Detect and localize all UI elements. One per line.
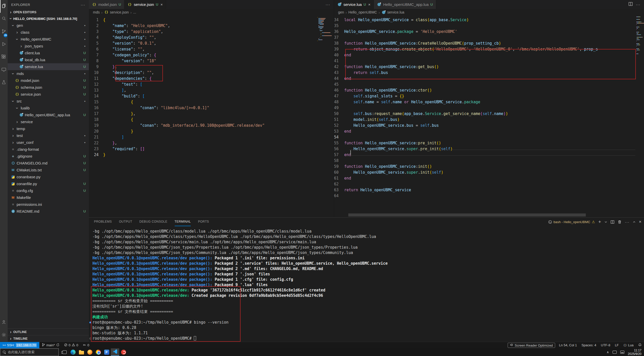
split-editor-icon[interactable] xyxy=(628,2,633,7)
code-line-58[interactable]: 58 xyxy=(334,158,644,164)
tab-service.json[interactable]: {}service.jsonU× xyxy=(124,0,166,9)
breadcrumb-item-Hello_openUBMC[interactable]: Hello_openUBMC xyxy=(348,10,377,14)
tree-item-.clang-format[interactable]: ≡.clang-format xyxy=(8,146,89,153)
tree-item-.gitignore[interactable]: ◆.gitignoreU xyxy=(8,153,89,160)
indentation-item[interactable]: Spaces: 4 xyxy=(579,342,599,348)
tray-expand-icon[interactable]: ∧ xyxy=(607,350,609,354)
firefox-button[interactable] xyxy=(86,348,94,356)
tree-item-permissions.ini[interactable]: ≡permissions.ini xyxy=(8,201,89,208)
chrome-button[interactable] xyxy=(94,348,102,356)
code-line-20[interactable]: 20 } xyxy=(89,129,334,134)
panel-tab-problems[interactable]: PROBLEMS xyxy=(94,218,112,226)
code-line-35[interactable]: 35 xyxy=(334,23,644,29)
code-line-9[interactable]: 9 }, xyxy=(89,64,334,70)
remote-explorer-activity-button[interactable] xyxy=(0,64,8,77)
tree-item-conanbase.py[interactable]: conanbase.py xyxy=(8,173,89,180)
code-line-56[interactable]: 56 Hello_openUBMC_service.super.pre_init… xyxy=(334,146,644,152)
breadcrumb-item-...[interactable]: ... xyxy=(133,10,136,14)
tray-keyboard-icon[interactable] xyxy=(620,351,624,354)
code-line-61[interactable]: 61end xyxy=(334,175,644,181)
port-item[interactable]: 0 xyxy=(80,342,91,348)
code-line-5[interactable]: 5 "version": "0.0.1", xyxy=(89,41,334,46)
tree-item-user_conf[interactable]: ›user_conf● xyxy=(8,139,89,146)
close-tab-icon[interactable]: × xyxy=(368,2,371,7)
kill-terminal-icon[interactable] xyxy=(618,220,622,224)
code-line-1[interactable]: 1{ xyxy=(89,17,334,23)
new-terminal-icon[interactable]: + xyxy=(598,219,601,225)
edge-button[interactable] xyxy=(69,348,77,356)
code-line-6[interactable]: 6 "license": "", xyxy=(89,46,334,52)
code-line-16[interactable]: 16 "conan": "libmc4lua/[>=0.0.1]" xyxy=(89,105,334,111)
code-line-55[interactable]: 55function Hello_openUBMC_service:pre_in… xyxy=(334,140,644,146)
code-line-36[interactable]: 36Hello_openUBMC_service.package = 'Hell… xyxy=(334,29,644,35)
timeline-section[interactable]: › TIMELINE xyxy=(8,335,89,342)
tree-item-conanfile.py[interactable]: conanfile.pyU xyxy=(8,180,89,187)
panel-tab-debug-console[interactable]: DEBUG CONSOLE xyxy=(139,218,168,226)
code-line-53[interactable]: 53end xyxy=(334,129,644,134)
tree-item-CMakeLists.txt[interactable]: MCMakeLists.txtU xyxy=(8,167,89,173)
code-line-51[interactable]: 51 model.init(self.bus) xyxy=(334,117,644,123)
blue-app-button[interactable]: P xyxy=(102,348,111,356)
tree-item-lualib[interactable]: ›lualib xyxy=(8,105,89,111)
tree-item-schema.json[interactable]: {}schema.jsonU xyxy=(8,84,89,91)
tree-item-Makefile[interactable]: MMakefile xyxy=(8,194,89,201)
search-activity-button[interactable] xyxy=(0,13,8,26)
code-line-8[interactable]: 8 "version": "18" xyxy=(89,58,334,64)
code-line-44[interactable]: 44end xyxy=(334,76,644,82)
source-control-activity-button[interactable]: 25 xyxy=(0,26,8,38)
maximize-panel-icon[interactable] xyxy=(633,221,636,223)
code-line-42[interactable]: 42function Hello_openUBMC_service:get_bu… xyxy=(334,64,644,70)
panel-tab-ports[interactable]: PORTS xyxy=(198,218,209,226)
close-tab-icon[interactable]: × xyxy=(161,2,163,7)
code-line-48[interactable]: 48 self.name = self.name or Hello_openUB… xyxy=(334,99,644,105)
minimap[interactable] xyxy=(317,16,332,42)
code-line-34[interactable]: 34local Hello_openUBMC_service = class(a… xyxy=(334,17,644,23)
code-line-3[interactable]: 3 "type": "application", xyxy=(89,29,334,35)
tree-item-class[interactable]: ›class● xyxy=(8,29,89,36)
code-line-39[interactable]: 39 return object_manage.create_object('H… xyxy=(334,46,644,52)
code-line-60[interactable]: 60 Hello_openUBMC_service.super.init(sel… xyxy=(334,170,644,175)
tree-item-config.cfg[interactable]: ≡config.cfgU xyxy=(8,187,89,194)
code-line-18[interactable]: 18 { xyxy=(89,117,334,123)
code-line-15[interactable]: 15 { xyxy=(89,99,334,105)
problems-item[interactable]: 0 0 xyxy=(62,342,80,348)
code-line-40[interactable]: 40end xyxy=(334,52,644,58)
encoding-item[interactable]: UTF-8 xyxy=(599,342,613,348)
minimap[interactable] xyxy=(636,16,644,56)
code-line-19[interactable]: 19 "conan": "mdb_interface/1.90.108@open… xyxy=(89,123,334,129)
code-line-57[interactable]: 57end xyxy=(334,152,644,158)
tree-item-service.json[interactable]: {}service.jsonU xyxy=(8,91,89,98)
tree-item-Hello_openUBMC[interactable]: ›Hello_openUBMC● xyxy=(8,36,89,43)
tree-item-Hello_openUBMC_app.lua[interactable]: Hello_openUBMC_app.luaU xyxy=(8,111,89,118)
language-mode-item[interactable]: {} Lua xyxy=(621,342,636,348)
editor-content-lua[interactable]: 34local Hello_openUBMC_service = class(a… xyxy=(334,16,644,217)
taskbar-search-box[interactable]: 在此输入进行搜索 xyxy=(0,348,59,356)
code-line-22[interactable]: 22 }, xyxy=(89,140,334,146)
code-line-43[interactable]: 43 return self.bus xyxy=(334,70,644,76)
code-line-63[interactable]: 63return Hello_openUBMC_service xyxy=(334,187,644,193)
breadcrumb-item-gen[interactable]: gen xyxy=(338,10,344,14)
tree-item-json_types[interactable]: ›json_types● xyxy=(8,43,89,49)
workspace-root-section[interactable]: › HELLO_OPENUBMC [SSH: 192.168.0.70] xyxy=(8,15,89,22)
taskbar-clock[interactable]: 11:17 2025/9/20 xyxy=(628,349,641,356)
code-line-13[interactable]: 13 ], xyxy=(89,87,334,93)
editor-more-actions-icon[interactable]: ··· xyxy=(636,2,640,7)
tab-service.lua[interactable]: service.luaU× xyxy=(334,0,374,9)
tree-item-gen[interactable]: ›gen● xyxy=(8,22,89,29)
code-line-7[interactable]: 7 "codegen_policy": { xyxy=(89,52,334,58)
horizontal-scrollbar[interactable] xyxy=(348,213,586,217)
tree-item-temp[interactable]: ›temp xyxy=(8,125,89,132)
code-line-21[interactable]: 21 ] xyxy=(89,134,334,140)
eol-item[interactable]: LF xyxy=(613,342,621,348)
editor-content-json[interactable]: 1{2 "name": "Hello_openUBMC",3 "type": "… xyxy=(89,16,334,217)
code-line-24[interactable]: 24} xyxy=(89,152,334,158)
notifications-item[interactable] xyxy=(636,342,644,348)
testing-activity-button[interactable] xyxy=(0,77,8,89)
code-line-38[interactable]: 38function Hello_openUBMC_service:Create… xyxy=(334,41,644,46)
code-line-11[interactable]: 11 "dependencies": { xyxy=(89,76,334,82)
code-line-52[interactable]: 52 Hello_openUBMC_service.bus = self.bus xyxy=(334,123,644,129)
code-line-12[interactable]: 12 "test": [ xyxy=(89,82,334,87)
cursor-position-item[interactable]: Ln 54, Col 1 xyxy=(557,342,579,348)
panel-tab-output[interactable]: OUTPUT xyxy=(119,218,132,226)
code-line-49[interactable]: 49 xyxy=(334,105,644,111)
